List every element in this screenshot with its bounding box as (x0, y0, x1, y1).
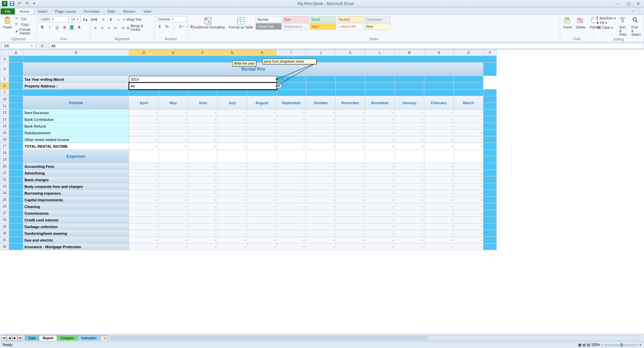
data-cell[interactable]: - (365, 237, 395, 243)
data-cell[interactable]: - (365, 203, 395, 210)
data-cell[interactable]: - (424, 190, 454, 197)
maximize-button[interactable]: ▢ (624, 1, 633, 6)
font-size-combo[interactable]: 14▼ (69, 16, 81, 22)
col-header-K[interactable]: K (336, 50, 365, 56)
data-cell[interactable]: - (365, 223, 395, 230)
insert-cells-button[interactable]: Insert (562, 16, 573, 30)
data-cell[interactable]: - (365, 230, 395, 237)
data-cell[interactable]: - (395, 163, 424, 170)
minimize-ribbon-icon[interactable]: ⌃ (632, 10, 635, 14)
data-cell[interactable]: - (424, 163, 454, 170)
data-cell[interactable]: - (424, 203, 454, 210)
data-cell[interactable]: - (159, 203, 188, 210)
data-cell[interactable]: - (129, 136, 159, 143)
data-cell[interactable]: - (365, 183, 395, 190)
row-header-13[interactable]: 13 (0, 116, 9, 123)
col-header-D[interactable]: D (129, 50, 159, 56)
delete-cells-button[interactable]: Delete (575, 16, 587, 30)
data-cell[interactable]: - (424, 210, 454, 217)
col-header-A[interactable]: A (9, 50, 23, 56)
data-cell[interactable]: - (188, 237, 218, 243)
data-cell[interactable]: - (306, 170, 336, 177)
paste-button[interactable]: Paste (2, 16, 13, 30)
redo-icon[interactable]: ↷ (23, 1, 30, 7)
data-cell[interactable]: - (218, 170, 247, 177)
data-cell[interactable]: - (277, 190, 306, 197)
sheet-tab-data[interactable]: Data (25, 335, 39, 341)
data-cell[interactable]: - (395, 210, 424, 217)
data-cell[interactable]: - (129, 223, 159, 230)
data-cell[interactable]: - (454, 183, 483, 190)
tab-formulas[interactable]: Formulas (80, 8, 103, 14)
data-cell[interactable]: - (306, 197, 336, 203)
data-cell[interactable]: - (188, 136, 218, 143)
data-cell[interactable]: - (129, 203, 159, 210)
font-name-combo[interactable]: Calibri▼ (39, 16, 68, 22)
data-cell[interactable]: - (247, 217, 277, 223)
bold-button[interactable]: B (39, 24, 46, 30)
data-cell[interactable]: - (218, 217, 247, 223)
indent-inc-icon[interactable]: ⇥ (119, 24, 125, 31)
data-cell[interactable]: - (424, 183, 454, 190)
data-cell[interactable]: - (277, 110, 306, 116)
row-header-6[interactable]: 6 (0, 83, 9, 89)
help-icon[interactable]: ❔ (637, 10, 641, 14)
property-address-input[interactable]: All (129, 83, 277, 89)
row-header-20[interactable]: 20 (0, 163, 9, 170)
row-header-30[interactable]: 30 (0, 230, 9, 237)
data-cell[interactable]: - (218, 237, 247, 243)
font-color-button[interactable]: A (76, 24, 83, 30)
data-cell[interactable]: - (424, 170, 454, 177)
data-cell[interactable]: - (277, 177, 306, 183)
undo-icon[interactable]: ↶ (16, 1, 23, 7)
sheet-tab-category[interactable]: Category (57, 335, 78, 341)
data-cell[interactable]: - (188, 170, 218, 177)
data-cell[interactable]: - (336, 237, 365, 243)
row-header-25[interactable]: 25 (0, 197, 9, 203)
data-cell[interactable]: - (306, 230, 336, 237)
cut-button[interactable]: ✂Cut (15, 16, 35, 21)
zoom-in-icon[interactable]: + (639, 343, 641, 347)
align-center-icon[interactable]: ≡ (99, 24, 105, 31)
data-cell[interactable]: - (277, 123, 306, 130)
data-cell[interactable]: - (277, 170, 306, 177)
row-header-27[interactable]: 27 (0, 210, 9, 217)
data-cell[interactable]: - (247, 203, 277, 210)
data-cell[interactable]: - (424, 130, 454, 136)
row-header-14[interactable]: 14 (0, 123, 9, 130)
style-check-cell[interactable]: Check Cell (256, 23, 282, 30)
col-header-E[interactable]: E (159, 50, 188, 56)
data-cell[interactable]: - (218, 243, 247, 250)
data-cell[interactable]: - (365, 130, 395, 136)
data-cell[interactable]: - (188, 163, 218, 170)
data-cell[interactable]: - (247, 177, 277, 183)
style-bad[interactable]: Bad (283, 16, 309, 23)
data-cell[interactable]: - (129, 197, 159, 203)
data-cell[interactable]: - (424, 177, 454, 183)
data-cell[interactable]: - (395, 223, 424, 230)
col-header-J[interactable]: J (306, 50, 336, 56)
data-cell[interactable]: - (129, 243, 159, 250)
data-cell[interactable]: - (159, 170, 188, 177)
data-cell[interactable]: - (365, 210, 395, 217)
data-cell[interactable]: - (365, 217, 395, 223)
data-cell[interactable]: - (247, 197, 277, 203)
data-cell[interactable]: - (306, 237, 336, 243)
tab-view[interactable]: View (140, 8, 156, 14)
data-cell[interactable]: - (365, 170, 395, 177)
row-header-24[interactable]: 24 (0, 190, 9, 197)
sheet-nav-first-icon[interactable]: ⏮ (1, 335, 7, 341)
data-cell[interactable]: - (395, 177, 424, 183)
data-cell[interactable]: - (218, 130, 247, 136)
data-cell[interactable]: - (454, 190, 483, 197)
data-cell[interactable]: - (424, 230, 454, 237)
sheet-tab-report[interactable]: Report (39, 335, 57, 341)
data-cell[interactable]: - (306, 130, 336, 136)
style-normal[interactable]: Normal (256, 16, 282, 23)
data-cell[interactable]: - (247, 237, 277, 243)
data-cell[interactable]: - (454, 230, 483, 237)
data-cell[interactable]: - (188, 177, 218, 183)
data-cell[interactable]: - (306, 217, 336, 223)
data-cell[interactable]: - (188, 217, 218, 223)
dec-inc-icon[interactable]: .0→ (178, 23, 185, 30)
